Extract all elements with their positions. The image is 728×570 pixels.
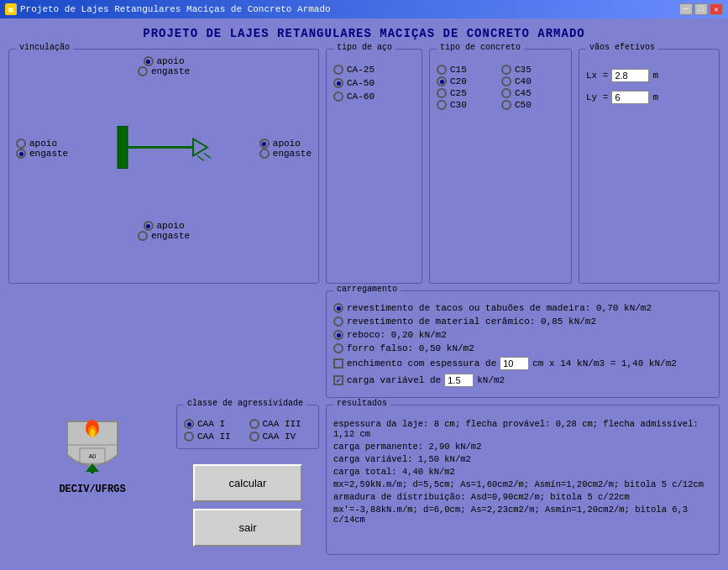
bottom-engaste-label: engaste xyxy=(151,231,190,241)
carga-variavel-checkbox[interactable] xyxy=(333,375,343,385)
ly-input[interactable] xyxy=(611,91,649,104)
bottom-section: AO DECIV/UFRGS classe de agressividade xyxy=(8,405,720,555)
resultados-label: resultados xyxy=(333,399,390,408)
reboco-item[interactable]: reboco: 0,20 kN/m2 xyxy=(333,330,712,340)
rev-tacos-label: revestimento de tacos ou tabuões de made… xyxy=(347,303,652,313)
ca60-circle[interactable] xyxy=(333,92,343,102)
left-engaste-radio[interactable]: engaste xyxy=(16,149,68,159)
row2: carregamento revestimento de tacos ou ta… xyxy=(8,290,720,398)
c35-radio[interactable]: C35 xyxy=(501,65,564,75)
ca50-circle[interactable] xyxy=(333,78,343,88)
c20-circle[interactable] xyxy=(437,76,447,86)
rev-ceramico-item[interactable]: revestimento de material cerâmico: 0,85 … xyxy=(333,316,712,327)
reboco-radio[interactable] xyxy=(333,330,343,340)
right-apoio-circle[interactable] xyxy=(259,139,270,149)
tipo-concreto-panel: tipo de concreto C15 C35 C20 C40 xyxy=(429,49,572,284)
caa3-radio[interactable]: CAA III xyxy=(249,419,312,429)
right-support[interactable]: apoio engaste xyxy=(259,139,312,159)
caa4-radio[interactable]: CAA IV xyxy=(249,431,312,442)
caa1-circle[interactable] xyxy=(184,419,194,429)
caa3-circle[interactable] xyxy=(249,419,259,429)
sair-button[interactable]: sair xyxy=(193,509,302,546)
caa1-label: CAA I xyxy=(197,419,225,429)
ca60-label: CA-60 xyxy=(347,92,374,102)
top-apoio-radio[interactable]: apoio xyxy=(143,56,184,66)
left-apoio-circle[interactable] xyxy=(16,139,26,149)
c40-circle[interactable] xyxy=(501,76,511,86)
page-title: PROJETO DE LAJES RETANGULARES MACIÇAS DE… xyxy=(8,27,720,40)
ca60-radio[interactable]: CA-60 xyxy=(333,92,415,102)
bottom-support[interactable]: apoio engaste xyxy=(138,221,190,241)
top-engaste-radio[interactable]: engaste xyxy=(138,66,190,76)
ca25-circle[interactable] xyxy=(333,65,343,75)
c40-radio[interactable]: C40 xyxy=(501,76,564,86)
rev-ceramico-radio[interactable] xyxy=(333,316,343,327)
lx-unit: m xyxy=(652,71,658,81)
c20-radio[interactable]: C20 xyxy=(437,76,500,86)
maximize-button[interactable]: □ xyxy=(694,3,708,15)
carga-variavel-input[interactable] xyxy=(444,374,474,387)
enchimento-item[interactable]: enchimento com espessura de cm x 14 kN/m… xyxy=(333,357,712,370)
left-engaste-circle[interactable] xyxy=(16,149,26,159)
c15-circle[interactable] xyxy=(437,65,447,75)
right-engaste-radio[interactable]: engaste xyxy=(259,149,312,159)
top-apoio-circle[interactable] xyxy=(143,56,153,66)
c15-radio[interactable]: C15 xyxy=(437,65,500,75)
agressividade-label: classe de agressividade xyxy=(184,399,306,408)
caa2-circle[interactable] xyxy=(184,431,194,442)
carregamento-label: carregamento xyxy=(333,285,401,294)
forro-radio[interactable] xyxy=(333,343,343,353)
enchimento-input[interactable] xyxy=(500,357,529,370)
title-bar: ▦ Projeto de Lajes Retangulares Maciças … xyxy=(0,0,728,18)
result-line-5: armadura de distribuição: Asd=0,90cm2/m;… xyxy=(333,492,712,502)
calcular-button[interactable]: calcular xyxy=(193,464,302,502)
forro-item[interactable]: forro falso: 0,50 kN/m2 xyxy=(333,343,712,353)
ca50-radio[interactable]: CA-50 xyxy=(333,78,415,88)
c50-circle[interactable] xyxy=(501,100,511,110)
vaos-inputs: Lx = m Ly = m xyxy=(586,69,712,104)
result-line-1: carga permanente: 2,90 kN/m2 xyxy=(333,442,712,452)
lx-input[interactable] xyxy=(611,69,649,82)
left-support[interactable]: apoio engaste xyxy=(16,139,68,159)
c30-label: C30 xyxy=(450,100,467,110)
rev-tacos-item[interactable]: revestimento de tacos ou tabuões de made… xyxy=(333,303,712,313)
right-engaste-circle[interactable] xyxy=(259,149,270,159)
minimize-button[interactable]: ─ xyxy=(679,3,693,15)
right-apoio-radio[interactable]: apoio xyxy=(259,139,301,149)
close-button[interactable]: ✕ xyxy=(710,3,723,15)
c35-circle[interactable] xyxy=(501,65,511,75)
c45-circle[interactable] xyxy=(501,88,511,98)
bottom-apoio-label: apoio xyxy=(156,221,184,231)
top-engaste-circle[interactable] xyxy=(138,66,148,76)
caa4-circle[interactable] xyxy=(249,431,259,442)
c20-label: C20 xyxy=(450,76,467,86)
caa2-radio[interactable]: CAA II xyxy=(184,431,247,442)
rev-tacos-radio[interactable] xyxy=(333,303,343,313)
beam-svg xyxy=(113,118,214,177)
ca25-radio[interactable]: CA-25 xyxy=(333,65,415,75)
bottom-apoio-radio[interactable]: apoio xyxy=(143,221,184,231)
enchimento-checkbox[interactable] xyxy=(333,358,343,369)
vinculacao-label: vinculação xyxy=(16,43,73,52)
carga-variavel-item[interactable]: carga variável de kN/m2 xyxy=(333,374,712,387)
caa3-label: CAA III xyxy=(263,419,301,429)
bottom-engaste-radio[interactable]: engaste xyxy=(138,231,190,241)
title-bar-buttons[interactable]: ─ □ ✕ xyxy=(679,3,723,15)
left-apoio-radio[interactable]: apoio xyxy=(16,139,57,149)
top-support[interactable]: apoio engaste xyxy=(138,56,190,76)
agressividade-grid: CAA I CAA III CAA II xyxy=(184,419,312,442)
bottom-apoio-circle[interactable] xyxy=(143,221,153,231)
bottom-engaste-circle[interactable] xyxy=(138,231,148,241)
svg-marker-2 xyxy=(193,139,207,156)
c30-circle[interactable] xyxy=(437,100,447,110)
logo-area: AO DECIV/UFRGS xyxy=(8,405,176,555)
c25-circle[interactable] xyxy=(437,88,447,98)
caa1-radio[interactable]: CAA I xyxy=(184,419,247,429)
c45-radio[interactable]: C45 xyxy=(501,88,564,98)
c50-radio[interactable]: C50 xyxy=(501,100,564,110)
c25-radio[interactable]: C25 xyxy=(437,88,500,98)
c35-label: C35 xyxy=(515,65,532,75)
rev-ceramico-label: revestimento de material cerâmico: 0,85 … xyxy=(347,316,596,327)
svg-rect-0 xyxy=(118,127,128,169)
c30-radio[interactable]: C30 xyxy=(437,100,500,110)
